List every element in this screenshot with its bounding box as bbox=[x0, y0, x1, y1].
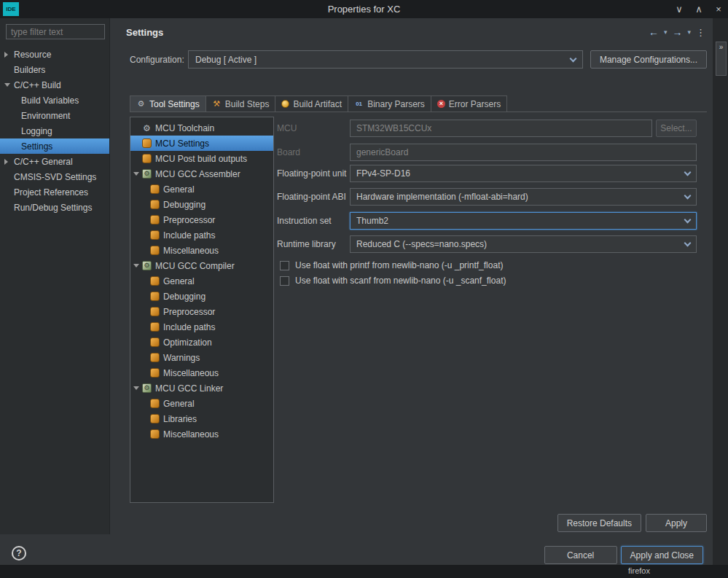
tool-tree-item[interactable]: Preprocessor bbox=[130, 212, 273, 227]
checkbox[interactable] bbox=[280, 261, 289, 270]
sidebar-tree-item[interactable]: Logging bbox=[0, 123, 109, 138]
tool-tree-item[interactable]: Miscellaneous bbox=[130, 365, 273, 380]
tool-tree-item[interactable]: MCU GCC Compiler bbox=[130, 258, 273, 273]
tool-tree-item[interactable]: MCU Toolchain bbox=[130, 120, 273, 136]
tool-tree-item[interactable]: MCU GCC Linker bbox=[130, 380, 273, 396]
mcu-select-button: Select... bbox=[656, 120, 697, 137]
properties-tree: Resource Builders C/C++ Build Build Vari… bbox=[0, 47, 109, 215]
sidebar-tree-item[interactable]: C/C++ General bbox=[0, 154, 109, 169]
floating-point-unit-dropdown[interactable]: FPv4-SP-D16 bbox=[350, 165, 697, 182]
tool-item-icon bbox=[142, 123, 152, 133]
back-menu-chevron-icon[interactable]: ▾ bbox=[664, 28, 668, 36]
tool-item-label: Optimization bbox=[163, 337, 212, 348]
cancel-button[interactable]: Cancel bbox=[544, 546, 617, 564]
toolbar-overflow-button[interactable]: » bbox=[716, 42, 727, 76]
back-arrow-icon[interactable]: ← bbox=[649, 26, 659, 38]
tool-tree-item[interactable]: General bbox=[130, 181, 273, 197]
sidebar-tree-item[interactable]: Project References bbox=[0, 184, 109, 200]
sidebar-tree-item[interactable]: CMSIS-SVD Settings bbox=[0, 169, 109, 184]
checkbox-row: Use float with printf from newlib-nano (… bbox=[280, 259, 503, 272]
checkbox[interactable] bbox=[280, 276, 289, 286]
checkbox-label: Use float with printf from newlib-nano (… bbox=[295, 260, 503, 270]
tab[interactable]: Error Parsers bbox=[431, 95, 507, 112]
instruction-set-label: Instruction set bbox=[277, 212, 332, 230]
runtime-library-label: Runtime library bbox=[277, 235, 336, 253]
expand-arrow-icon[interactable] bbox=[4, 159, 14, 165]
tool-tree-item[interactable]: General bbox=[130, 273, 273, 289]
filter-input[interactable] bbox=[6, 24, 105, 39]
help-icon[interactable]: ? bbox=[12, 546, 26, 561]
expand-arrow-icon[interactable] bbox=[4, 52, 14, 58]
tool-tree-item[interactable]: MCU Settings bbox=[130, 136, 273, 151]
apply-button[interactable]: Apply bbox=[646, 514, 707, 532]
tool-tree-item[interactable]: Miscellaneous bbox=[130, 243, 273, 258]
tool-item-icon bbox=[150, 399, 160, 408]
sidebar-tree-item[interactable]: Environment bbox=[0, 108, 109, 123]
tab[interactable]: Build Steps bbox=[206, 95, 276, 112]
runtime-library-dropdown[interactable]: Reduced C (--specs=nano.specs) bbox=[350, 235, 697, 253]
tool-tree-item[interactable]: General bbox=[130, 396, 273, 411]
tool-item-icon bbox=[142, 138, 152, 148]
floating-point-abi-value: Hardware implementation (-mfloat-abi=har… bbox=[356, 192, 528, 202]
restore-defaults-button[interactable]: Restore Defaults bbox=[557, 514, 641, 532]
chevron-down-icon bbox=[569, 55, 576, 62]
tool-item-label: General bbox=[163, 184, 195, 195]
view-menu-icon[interactable]: ⋮ bbox=[696, 27, 705, 38]
mcu-field bbox=[350, 120, 652, 137]
tool-item-label: Warnings bbox=[163, 353, 200, 363]
manage-configurations-button[interactable]: Manage Configurations... bbox=[590, 50, 707, 69]
sidebar-tree-item[interactable]: Build Variables bbox=[0, 93, 109, 108]
sidebar-tree-item[interactable]: Resource bbox=[0, 47, 109, 62]
tool-tree-item[interactable]: Preprocessor bbox=[130, 304, 273, 319]
sidebar-tree-item[interactable]: C/C++ Build bbox=[0, 77, 109, 93]
window-shade-icon[interactable]: ∨ bbox=[674, 4, 684, 15]
sidebar-tree-item[interactable]: Settings bbox=[0, 138, 109, 154]
expand-arrow-icon[interactable] bbox=[133, 172, 142, 176]
tool-item-icon bbox=[142, 261, 152, 270]
instruction-set-dropdown[interactable]: Thumb2 bbox=[350, 212, 697, 230]
dialog-actions: Cancel Apply and Close bbox=[544, 546, 703, 564]
sidebar-item-label: Resource bbox=[14, 50, 51, 60]
tool-tree-item[interactable]: Include paths bbox=[130, 319, 273, 335]
apply-and-close-button[interactable]: Apply and Close bbox=[621, 546, 703, 564]
sidebar-tree-item[interactable]: Builders bbox=[0, 62, 109, 77]
settings-tabs: Tool Settings Build Steps Build Artifact… bbox=[130, 95, 507, 112]
taskbar-app-label[interactable]: firefox bbox=[628, 566, 650, 575]
tool-item-label: Miscellaneous bbox=[163, 429, 219, 440]
floating-point-abi-dropdown[interactable]: Hardware implementation (-mfloat-abi=har… bbox=[350, 188, 697, 206]
configuration-dropdown[interactable]: Debug [ Active ] bbox=[188, 50, 583, 69]
tool-tree-item[interactable]: Warnings bbox=[130, 350, 273, 365]
window-close-icon[interactable]: × bbox=[713, 4, 724, 15]
window-titlebar: IDE Properties for XC ∨ ∧ × bbox=[0, 0, 728, 18]
tab-icon bbox=[281, 100, 289, 108]
tab[interactable]: Tool Settings bbox=[130, 95, 206, 112]
window-maximize-icon[interactable]: ∧ bbox=[694, 4, 704, 15]
sidebar-item-label: C/C++ General bbox=[14, 157, 73, 167]
tool-item-label: MCU Toolchain bbox=[155, 123, 214, 133]
expand-arrow-icon[interactable] bbox=[4, 83, 14, 87]
tool-tree-item[interactable]: Optimization bbox=[130, 335, 273, 350]
floating-point-abi-label: Floating-point ABI bbox=[277, 188, 346, 206]
sidebar-item-label: Run/Debug Settings bbox=[14, 203, 92, 213]
tab[interactable]: Build Artifact bbox=[275, 95, 348, 112]
sidebar-item-label: Logging bbox=[21, 126, 52, 136]
expand-arrow-icon[interactable] bbox=[133, 264, 142, 267]
board-field bbox=[350, 144, 697, 161]
tool-tree-item[interactable]: Debugging bbox=[130, 197, 273, 212]
tool-tree-item[interactable]: Libraries bbox=[130, 411, 273, 426]
sidebar-tree-item[interactable]: Run/Debug Settings bbox=[0, 200, 109, 215]
tool-item-label: MCU GCC Compiler bbox=[155, 261, 235, 271]
expand-arrow-icon[interactable] bbox=[133, 386, 142, 390]
tool-tree-item[interactable]: MCU GCC Assembler bbox=[130, 166, 273, 181]
tool-tree-item[interactable]: Include paths bbox=[130, 227, 273, 243]
forward-arrow-icon[interactable]: → bbox=[672, 26, 682, 38]
tool-item-icon bbox=[150, 322, 160, 332]
forward-menu-chevron-icon[interactable]: ▾ bbox=[687, 28, 691, 36]
tool-tree-item[interactable]: MCU Post build outputs bbox=[130, 151, 273, 166]
tab[interactable]: Binary Parsers bbox=[348, 95, 431, 112]
tool-item-label: Libraries bbox=[163, 414, 197, 424]
tool-tree-item[interactable]: Debugging bbox=[130, 289, 273, 304]
tool-tree-item[interactable]: Miscellaneous bbox=[130, 426, 273, 442]
tool-item-icon bbox=[150, 246, 160, 255]
tab-icon bbox=[212, 99, 222, 109]
